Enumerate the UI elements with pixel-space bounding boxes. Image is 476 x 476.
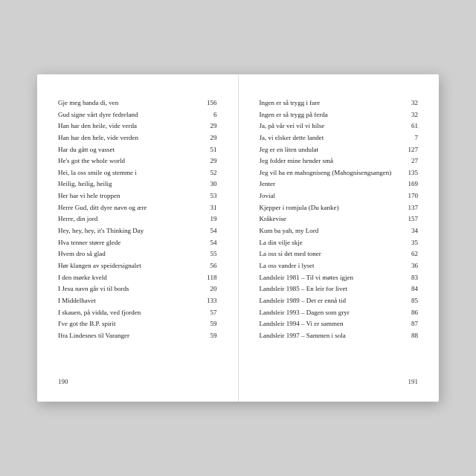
list-item: Han har den hele, vide verden 29 [58, 133, 217, 142]
list-item: Jeg er en liten undulat 127 [260, 145, 419, 154]
entry-number: 56 [196, 262, 217, 269]
entry-number: 169 [397, 180, 418, 187]
list-item: Landsleir 1997 – Sammen i sola 88 [260, 331, 419, 340]
entry-number: 6 [196, 111, 217, 118]
entry-number: 88 [397, 332, 418, 339]
entry-title: I Middelhavet [58, 296, 196, 305]
entry-number: 27 [397, 157, 418, 164]
list-item: Gud signe vårt dyre fedreland 6 [58, 110, 217, 119]
list-item: I Middelhavet 133 [58, 296, 217, 305]
list-item: Ifra Lindesnes til Varanger 59 [58, 331, 217, 340]
entry-number: 19 [196, 215, 217, 222]
left-entry-list: Gje meg handa di, ven 156 Gud signe vårt… [58, 98, 217, 340]
list-item: La oss vandre i lyset 36 [260, 261, 419, 270]
entry-title: I skauen, på vidda, ved fjorden [58, 308, 196, 317]
entry-title: Kum ba yah, my Lord [260, 226, 398, 235]
list-item: I den mørke kveld 118 [58, 273, 217, 282]
list-item: I've got the B.P. spirit 59 [58, 319, 217, 328]
entry-number: 135 [397, 169, 418, 176]
entry-title: Jeg vil ha en mahogniseng (Mahognisengsa… [260, 168, 398, 177]
list-item: Heilig, heilig, heilig 30 [58, 179, 217, 188]
entry-title: I've got the B.P. spirit [58, 319, 196, 328]
entry-number: 118 [196, 274, 217, 281]
entry-title: Jenter [260, 179, 398, 188]
entry-number: 30 [196, 180, 217, 187]
list-item: Gje meg handa di, ven 156 [58, 98, 217, 107]
entry-title: Hør klangen av speidersignalet [58, 261, 196, 270]
list-item: Ja, vi elsker dette landet 7 [260, 133, 419, 142]
list-item: Hvem dro så glad 55 [58, 249, 217, 258]
entry-number: 35 [397, 239, 418, 246]
entry-number: 62 [397, 250, 418, 257]
list-item: Landsleir 1981 – Til vi møtes igjen 83 [260, 273, 419, 282]
entry-title: Ingen er så trygg på ferda [260, 110, 398, 119]
entry-title: I Jesu navn går vi til bords [58, 284, 196, 293]
entry-title: Gje meg handa di, ven [58, 98, 196, 107]
entry-title: Kråkevise [260, 214, 398, 223]
list-item: Ja, på vår vei vil vi hilse 61 [260, 121, 419, 130]
entry-number: 36 [397, 262, 418, 269]
entry-title: Gud signe vårt dyre fedreland [58, 110, 196, 119]
list-item: Herre, din jord 19 [58, 214, 217, 223]
entry-title: Landsleir 1985 – En leir for livet [260, 284, 398, 293]
entry-title: Hvem dro så glad [58, 249, 196, 258]
entry-title: He's got the whole world [58, 156, 196, 165]
entry-title: Kjepper i romjula (Du kanke) [260, 203, 398, 212]
list-item: Hør klangen av speidersignalet 56 [58, 261, 217, 270]
list-item: Landsleir 1993 – Dagen som gryr 86 [260, 308, 419, 317]
list-item: Jenter 169 [260, 179, 419, 188]
list-item: Hey, hey, hey, it's Thinking Day 54 [58, 226, 217, 235]
entry-number: 59 [196, 320, 217, 327]
entry-title: Her har vi hele troppen [58, 191, 196, 200]
list-item: Hva tenner større glede 54 [58, 238, 217, 247]
list-item: Ingen er så trygg på ferda 32 [260, 110, 419, 119]
entry-number: 32 [397, 99, 418, 106]
entry-number: 157 [397, 215, 418, 222]
entry-number: 34 [397, 227, 418, 234]
entry-title: Har du gått og vasset [58, 145, 196, 154]
list-item: Landsleir 1985 – En leir for livet 84 [260, 284, 419, 293]
entry-title: Ifra Lindesnes til Varanger [58, 331, 196, 340]
entry-title: Jeg folder mine hender små [260, 156, 398, 165]
entry-number: 127 [397, 146, 418, 153]
entry-title: Jeg er en liten undulat [260, 145, 398, 154]
list-item: Kråkevise 157 [260, 214, 419, 223]
entry-number: 29 [196, 157, 217, 164]
entry-number: 85 [397, 297, 418, 304]
entry-number: 20 [196, 285, 217, 292]
list-item: La oss si det med toner 62 [260, 249, 419, 258]
list-item: Her har vi hele troppen 53 [58, 191, 217, 200]
entry-title: Landsleir 1997 – Sammen i sola [260, 331, 398, 340]
entry-title: Herre Gud, ditt dyre navn og ære [58, 203, 196, 212]
entry-number: 55 [196, 250, 217, 257]
entry-number: 57 [196, 309, 217, 316]
entry-number: 29 [196, 122, 217, 129]
entry-title: La oss vandre i lyset [260, 261, 398, 270]
list-item: Har du gått og vasset 51 [58, 145, 217, 154]
entry-number: 137 [397, 204, 418, 211]
list-item: I skauen, på vidda, ved fjorden 57 [58, 308, 217, 317]
list-item: Kum ba yah, my Lord 34 [260, 226, 419, 235]
entry-number: 84 [397, 285, 418, 292]
entry-title: Ja, vi elsker dette landet [260, 133, 398, 142]
entry-number: 7 [397, 134, 418, 141]
entry-title: Hey, hey, hey, it's Thinking Day [58, 226, 196, 235]
entry-title: Heilig, heilig, heilig [58, 179, 196, 188]
entry-number: 54 [196, 227, 217, 234]
entry-title: Herre, din jord [58, 214, 196, 223]
entry-title: Landsleir 1993 – Dagen som gryr [260, 308, 398, 317]
entry-number: 32 [397, 111, 418, 118]
entry-title: La oss si det med toner [260, 249, 398, 258]
right-page-number: 191 [408, 378, 419, 385]
entry-title: Landsleir 1981 – Til vi møtes igjen [260, 273, 398, 282]
list-item: He's got the whole world 29 [58, 156, 217, 165]
entry-title: Ingen er så trygg i fare [260, 98, 398, 107]
list-item: Herre Gud, ditt dyre navn og ære 31 [58, 203, 217, 212]
entry-title: Han har den heile, vide verda [58, 121, 196, 130]
list-item: La din vilje skje 35 [260, 238, 419, 247]
list-item: Landsleir 1994 – Vi er sammen 87 [260, 319, 419, 328]
right-entry-list: Ingen er så trygg i fare 32 Ingen er så … [260, 98, 419, 340]
entry-number: 59 [196, 332, 217, 339]
list-item: Landsleir 1989 – Det er ennå tid 85 [260, 296, 419, 305]
book-spread: Gje meg handa di, ven 156 Gud signe vårt… [37, 74, 439, 402]
